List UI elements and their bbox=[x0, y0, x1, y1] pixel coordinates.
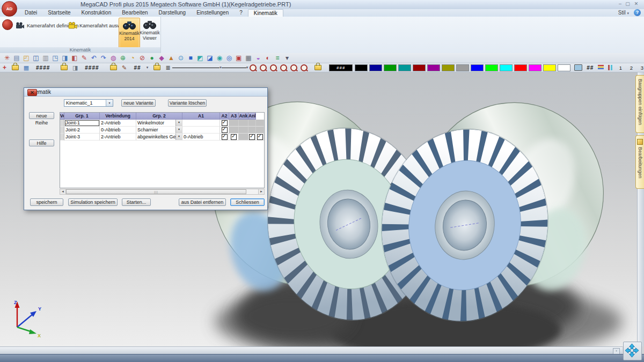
snap-icon[interactable]: ✳ bbox=[2, 54, 12, 63]
zoom-all-icon[interactable] bbox=[270, 64, 277, 71]
ank-checkbox[interactable] bbox=[248, 134, 256, 141]
layer-number[interactable]: 2 bbox=[626, 65, 636, 71]
verbindung-cell[interactable]: Scharnier ▾ bbox=[136, 127, 182, 134]
line-width-sample[interactable] bbox=[222, 65, 246, 71]
kinematik-2014-button[interactable]: Kinematik 2014 bbox=[119, 18, 140, 51]
a3-checkbox[interactable] bbox=[239, 134, 248, 141]
palette-icon[interactable] bbox=[598, 65, 604, 70]
open-icon[interactable]: ◰ bbox=[21, 54, 31, 63]
menu-item[interactable]: ? bbox=[234, 9, 248, 17]
kinematik-viewer-button[interactable]: Kinematik Viewer bbox=[140, 18, 160, 50]
color-swatch[interactable] bbox=[529, 64, 541, 71]
dropdown-arrow-icon[interactable]: ▾ bbox=[175, 134, 182, 140]
page-setup-icon[interactable]: ◨ bbox=[60, 54, 70, 63]
globe-icon[interactable]: ◎ bbox=[224, 54, 234, 63]
menu-item[interactable]: Kinematik bbox=[248, 9, 283, 17]
undo-icon[interactable]: ↶ bbox=[89, 54, 99, 63]
current-color-indicator[interactable]: ### bbox=[329, 64, 353, 71]
print-icon[interactable]: ▥ bbox=[41, 54, 50, 63]
shade-icon[interactable]: ◩ bbox=[195, 54, 205, 63]
zoom-pan-icon[interactable] bbox=[301, 64, 308, 71]
view-mode-icon[interactable]: ◪ bbox=[205, 54, 215, 63]
column-header[interactable]: A1 bbox=[182, 113, 220, 120]
hatch-icon[interactable] bbox=[608, 65, 613, 70]
render-icon[interactable]: ◉ bbox=[215, 54, 224, 63]
stamp-icon[interactable]: ◍ bbox=[108, 54, 118, 63]
color-swatch[interactable] bbox=[514, 64, 527, 71]
new-row-button[interactable]: neue Reihe bbox=[29, 112, 54, 119]
zoom-in-icon[interactable] bbox=[280, 64, 287, 71]
a3-checkbox[interactable] bbox=[239, 127, 248, 134]
zoom-previous-icon[interactable] bbox=[260, 64, 267, 71]
color-swatch[interactable] bbox=[471, 64, 484, 71]
layer-number[interactable]: 1 bbox=[615, 65, 626, 71]
remove-from-file-button[interactable]: aus Datei entfernen bbox=[179, 198, 226, 206]
save-simulation-button[interactable]: Simulation speichern bbox=[68, 198, 118, 206]
a3-checkbox[interactable] bbox=[239, 120, 248, 127]
dropdown-arrow-icon[interactable]: ▾ bbox=[175, 127, 182, 133]
close-dialog-button[interactable]: Schliessen bbox=[230, 198, 265, 206]
column-header[interactable]: Grp. 1 bbox=[64, 113, 100, 120]
ank2-checkbox[interactable] bbox=[256, 120, 264, 127]
color-swatch[interactable] bbox=[427, 64, 440, 71]
trim-icon[interactable]: ⊘ bbox=[137, 54, 147, 63]
color-swatch[interactable] bbox=[500, 64, 513, 71]
column-header[interactable]: Ank2 bbox=[248, 113, 256, 120]
line-style-sample[interactable] bbox=[172, 65, 219, 71]
color-swatch[interactable] bbox=[413, 64, 426, 71]
ank2-checkbox[interactable] bbox=[256, 134, 264, 141]
insert-point-icon[interactable]: + bbox=[3, 64, 6, 71]
color-swatch[interactable] bbox=[384, 64, 397, 71]
horizontal-scrollbar[interactable]: • bbox=[0, 346, 623, 354]
grp2-cell[interactable] bbox=[182, 127, 220, 134]
joint-name-cell[interactable]: Joint-2 bbox=[64, 127, 100, 134]
start-button[interactable]: Starten... bbox=[122, 198, 151, 206]
grp1-cell[interactable]: 2-Antrieb bbox=[100, 120, 136, 127]
lock-icon[interactable] bbox=[12, 65, 19, 70]
lock-icon[interactable] bbox=[110, 65, 117, 70]
color-swatch[interactable] bbox=[398, 64, 411, 71]
megacad-mini-logo-icon[interactable] bbox=[2, 19, 13, 30]
section-icon[interactable]: ▣ bbox=[234, 54, 244, 63]
menu-item[interactable]: Einstellungen bbox=[191, 9, 234, 17]
variant-select[interactable]: Kinematic_1 ▾ bbox=[64, 99, 113, 107]
import-icon[interactable]: ◧ bbox=[70, 54, 79, 63]
joint-name-cell[interactable]: Joint-3 bbox=[64, 134, 100, 141]
column-header[interactable]: Verbindungsname bbox=[60, 113, 64, 120]
menu-item[interactable]: Darstellung bbox=[153, 9, 192, 17]
torus-icon[interactable]: ⊙ bbox=[176, 54, 186, 63]
pan-button[interactable] bbox=[623, 342, 642, 360]
new-doc-icon[interactable]: ▤ bbox=[12, 54, 21, 63]
close-icon[interactable]: ✕ bbox=[633, 1, 640, 8]
column-header[interactable]: Ank bbox=[239, 113, 248, 120]
save-button[interactable]: speichern bbox=[30, 198, 63, 206]
grp1-cell[interactable]: 0-Abtrieb bbox=[100, 127, 136, 134]
color-swatch[interactable] bbox=[558, 64, 570, 71]
tab-bearbeitungen[interactable]: Bearbeitungen bbox=[635, 135, 644, 189]
verbindung-cell[interactable]: abgewinkeltes Getriebe ▾ bbox=[136, 134, 182, 141]
print-preview-icon[interactable]: ◳ bbox=[50, 54, 60, 63]
scroll-left-icon[interactable]: ◄ bbox=[60, 189, 66, 194]
color-swatch[interactable] bbox=[543, 64, 556, 71]
grp2-cell[interactable] bbox=[182, 120, 220, 127]
menu-item[interactable]: Startseite bbox=[42, 9, 76, 17]
a2-checkbox[interactable] bbox=[229, 120, 239, 127]
linestyle-icon[interactable]: ≣ bbox=[164, 64, 172, 71]
color-swatch[interactable] bbox=[485, 64, 498, 71]
color-swatch[interactable] bbox=[456, 64, 469, 71]
pen-icon[interactable]: ✎ bbox=[120, 64, 129, 71]
lock-icon[interactable] bbox=[314, 65, 321, 70]
table-horizontal-scrollbar[interactable]: ◄ ||| ► bbox=[60, 189, 265, 195]
joint-name-cell[interactable]: Joint-1 bbox=[64, 120, 100, 127]
menu-item[interactable]: Bearbeiten bbox=[116, 9, 153, 17]
grp1-cell[interactable]: 2-Antrieb bbox=[100, 134, 136, 141]
color-swatch[interactable] bbox=[442, 64, 455, 71]
column-header[interactable]: A3 bbox=[229, 113, 239, 120]
screen-settings-icon[interactable] bbox=[574, 64, 582, 71]
dialog-title-bar[interactable]: Kinematik ✕ bbox=[24, 88, 267, 97]
column-header[interactable]: Verbindung bbox=[100, 113, 136, 120]
row-selector[interactable] bbox=[60, 127, 64, 134]
ank-checkbox[interactable] bbox=[248, 120, 256, 127]
scrollbar-thumb[interactable]: ||| bbox=[66, 189, 246, 194]
column-header[interactable]: Grp. 2 bbox=[136, 113, 182, 120]
